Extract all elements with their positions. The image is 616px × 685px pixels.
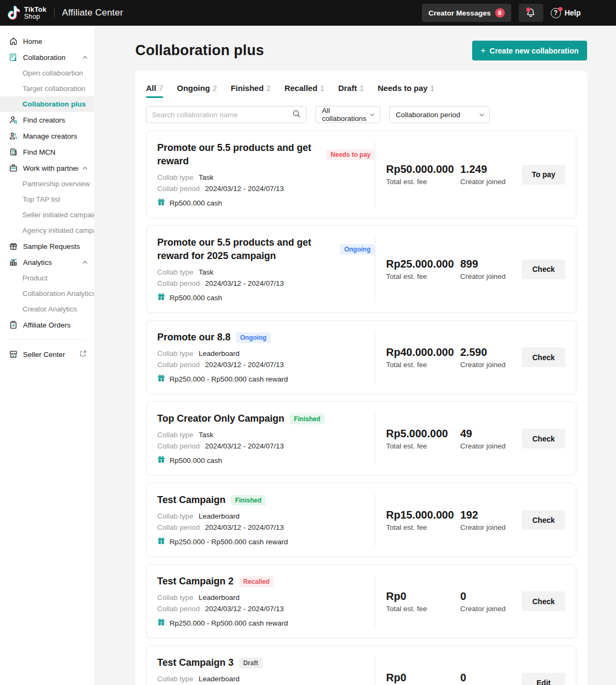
status-badge: Needs to pay (326, 149, 375, 160)
creator-joined-label: Creator joined (460, 178, 522, 186)
collaboration-card: Promote our 5.5 products and get reward … (146, 225, 576, 313)
tab-count: 1 (320, 84, 325, 93)
tiktok-note-icon (7, 6, 20, 20)
sidebar-item-label: Home (23, 37, 87, 45)
brand-line1: TikTok (24, 5, 47, 13)
sidebar-item-creator-analytics[interactable]: Creator Analytics (0, 301, 94, 317)
collab-period-value: 2024/03/12 - 2024/07/13 (205, 522, 284, 533)
reward-text: Rp250.000 - Rp500.000 cash reward (170, 619, 288, 627)
total-fee-value: Rp15.000.000 (386, 509, 460, 521)
seller-center-icon (9, 350, 18, 359)
collaboration-period-select[interactable]: Collaboration period (389, 106, 490, 123)
find-creators-icon (9, 116, 18, 125)
help-notification-dot (558, 7, 563, 11)
notifications-button[interactable] (519, 4, 543, 22)
collaboration-title: Promote our 5.5 products and get reward … (157, 236, 335, 263)
edit-button[interactable]: Edit (522, 673, 565, 685)
search-icon[interactable] (292, 110, 301, 120)
tab-label: Needs to pay (378, 83, 427, 93)
sidebar-item-label: Analytics (23, 258, 78, 267)
creator-joined-label: Creator joined (460, 361, 522, 369)
sidebar-item-target-collaboration[interactable]: Target collaboration (0, 81, 94, 96)
creator-joined-label: Creator joined (460, 442, 522, 450)
brand-line2: Shop (24, 13, 40, 20)
tab-count: 1 (359, 84, 364, 93)
home-icon (9, 37, 18, 46)
sidebar-item-agency-initiated-campaign[interactable]: Agency initiated campai... (0, 223, 94, 238)
sidebar-item-find-mcn[interactable]: Find MCN (0, 144, 94, 160)
sidebar-item-seller-initiated-campaign[interactable]: Seller initiated campaign (0, 207, 94, 223)
tab-ongoing[interactable]: Ongoing2 (177, 83, 217, 98)
creator-joined-label: Creator joined (460, 272, 522, 280)
sidebar-item-partnership-overview[interactable]: Partnership overview (0, 176, 94, 192)
sidebar-item-find-creators[interactable]: Find creators (0, 112, 94, 128)
gift-icon (157, 374, 165, 384)
creator-messages-button[interactable]: Creator Messages 8 (422, 4, 511, 22)
collab-period-value: 2024/03/12 - 2024/07/13 (205, 603, 284, 614)
creator-joined-label: Creator joined (460, 605, 522, 613)
user-avatar[interactable] (588, 4, 605, 21)
total-fee-label: Total est. fee (386, 605, 460, 613)
sidebar-item-sample-requests[interactable]: Sample Requests (0, 238, 94, 254)
tab-draft[interactable]: Draft1 (338, 83, 364, 98)
sidebar-item-collaboration[interactable]: Collaboration (0, 49, 94, 65)
tab-recalled[interactable]: Recalled1 (284, 83, 325, 98)
tab-needs-to-pay[interactable]: Needs to pay1 (378, 83, 434, 98)
check-button[interactable]: Check (522, 260, 565, 279)
chevron-down-icon (480, 112, 484, 116)
collaboration-card: Promote our 8.8 Ongoing Collab typeLeade… (146, 320, 576, 394)
sidebar-item-open-collaboration[interactable]: Open collaboartion (0, 65, 94, 81)
total-fee-value: Rp50.000.000 (386, 163, 460, 176)
collaboration-icon (9, 53, 18, 62)
check-button[interactable]: Check (522, 347, 565, 367)
sidebar-item-work-with-partners[interactable]: Work with partners (0, 160, 94, 176)
collaboration-title: Test Campaign (157, 493, 226, 507)
creator-joined-value: 192 (460, 509, 522, 521)
collab-type-label: Collab type (157, 511, 194, 522)
sidebar-item-label: Sample Requests (23, 242, 87, 250)
creator-joined-value: 2.590 (460, 346, 522, 359)
collab-type-label: Collab type (157, 348, 194, 359)
collaboration-title: Promote our 8.8 (157, 331, 230, 344)
check-button[interactable]: Check (522, 429, 565, 448)
collab-type-label: Collab type (157, 673, 194, 684)
to-pay-button[interactable]: To pay (522, 165, 565, 185)
sidebar-item-home[interactable]: Home (0, 33, 94, 49)
status-badge: Ongoing (236, 332, 271, 343)
sidebar-item-collaboration-analytics[interactable]: Collaboration Analytics (0, 286, 94, 301)
collab-type-label: Collab type (157, 592, 194, 603)
tab-count: 2 (213, 84, 217, 93)
sidebar-item-affiliate-orders[interactable]: Affiliate Orders (0, 317, 94, 333)
create-new-collaboration-button[interactable]: + Create new collaboration (472, 41, 587, 60)
help-button[interactable]: ? Help (551, 8, 581, 18)
status-tabs: All7 Ongoing2 Finished2 Recalled1 Draft1… (146, 83, 576, 98)
collab-type-label: Collab type (157, 429, 194, 440)
tab-count: 7 (159, 84, 163, 93)
collaboration-type-select[interactable]: All collaborations (315, 106, 380, 123)
sidebar-item-product[interactable]: Product (0, 270, 94, 286)
collab-period-value: 2024/03/12 - 2024/07/13 (205, 183, 284, 194)
check-button[interactable]: Check (522, 510, 565, 530)
select-value: All collaborations (322, 106, 367, 123)
sidebar-item-seller-center[interactable]: Seller Center (0, 346, 94, 362)
tab-all[interactable]: All7 (146, 83, 163, 98)
collab-type-value: Task (199, 429, 214, 440)
help-icon: ? (551, 8, 561, 18)
brand-text: TikTok Shop (24, 6, 47, 20)
check-button[interactable]: Check (522, 591, 565, 611)
find-mcn-icon (9, 148, 18, 157)
status-badge: Finished (290, 414, 325, 424)
creator-joined-value: 1.249 (460, 163, 522, 176)
total-fee-label: Total est. fee (386, 272, 460, 280)
sidebar-item-manage-creators[interactable]: Manage creators (0, 128, 94, 144)
search-input[interactable] (152, 111, 288, 119)
collab-type-value: Task (199, 267, 214, 278)
sidebar-item-top-tap-list[interactable]: Top TAP list (0, 192, 94, 207)
tab-finished[interactable]: Finished2 (230, 83, 270, 98)
sidebar-item-analytics[interactable]: Analytics (0, 254, 94, 270)
gift-icon (157, 618, 165, 628)
sidebar-item-collaboration-plus[interactable]: Collaboration plus (0, 96, 94, 112)
creator-joined-value: 49 (460, 428, 522, 440)
tiktok-shop-logo[interactable]: TikTok Shop (7, 6, 47, 20)
gift-icon (157, 455, 165, 465)
